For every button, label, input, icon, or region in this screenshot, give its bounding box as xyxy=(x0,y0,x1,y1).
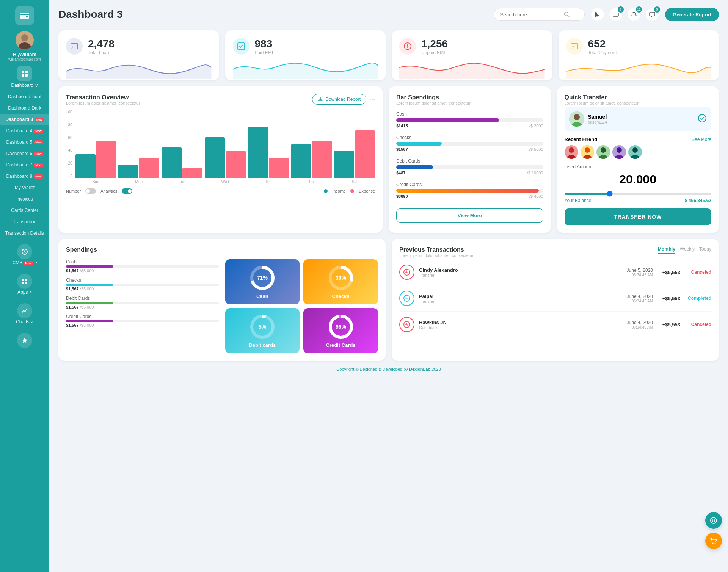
bell-icon xyxy=(631,11,637,17)
svg-rect-12 xyxy=(22,282,24,284)
quick-transfer-card: Quick Transfer Lorem ipsum dolor sit ame… xyxy=(557,86,719,233)
avatar xyxy=(16,31,34,49)
analytics-toggle[interactable] xyxy=(122,188,132,194)
support-float-btn[interactable] xyxy=(705,512,722,529)
sidebar-item-invoices[interactable]: Invoices xyxy=(0,193,49,205)
generate-report-button[interactable]: Generate Report xyxy=(665,8,719,21)
sidebar-item-dashboard3[interactable]: Dashboard 3 New xyxy=(0,114,49,125)
svg-point-27 xyxy=(698,114,706,122)
friend-5[interactable] xyxy=(628,145,642,159)
floating-buttons xyxy=(705,512,722,549)
cms-badge: New xyxy=(24,261,33,265)
sidebar-item-dashboard5[interactable]: Dashboard 5 New xyxy=(0,136,49,148)
transfer-now-button[interactable]: TRANSFER NOW xyxy=(565,208,712,225)
svg-point-3 xyxy=(21,34,28,41)
sidebar-item-dashboard8[interactable]: Dashboard 8 New xyxy=(0,171,49,182)
balance-label: Your Balance xyxy=(565,198,592,203)
total-loan-label: Total Loan xyxy=(88,50,115,55)
bell-btn[interactable]: 12 xyxy=(627,8,641,21)
sidebar-apps-section: Apps > xyxy=(0,268,49,298)
cms-icon-btn[interactable] xyxy=(17,244,32,259)
sidebar-item-dashboard4[interactable]: Dashboard 4 New xyxy=(0,125,49,136)
apps-icon-btn[interactable] xyxy=(17,274,32,289)
sidebar-item-dashboard6[interactable]: Dashboard 6 New xyxy=(0,148,49,159)
paid-emi-number: 983 xyxy=(255,38,273,50)
quick-transfer-menu[interactable]: ⋮ xyxy=(704,94,711,102)
svg-point-25 xyxy=(574,114,580,120)
stat-card-total-loan: 2,478 Total Loan xyxy=(58,30,219,80)
spending-credit: Credit Cards $3890 /$ 4000 xyxy=(396,182,543,199)
sidebar-item-wallet[interactable]: My Wallet xyxy=(0,182,49,193)
trans-status-3: Canceled xyxy=(685,322,711,327)
sidebar-logo[interactable] xyxy=(15,6,34,25)
dashboard-icon-btn[interactable] xyxy=(17,66,32,81)
samuel-name: Samuel xyxy=(588,114,607,120)
trans-row-3: Hawkins Jr. Cashback June 4, 2020 05:34:… xyxy=(399,312,711,337)
search-bar[interactable] xyxy=(494,8,585,21)
donut-cash: 71% Cash xyxy=(225,259,300,304)
see-more-link[interactable]: See More xyxy=(692,137,711,142)
tab-today[interactable]: Today xyxy=(699,246,711,254)
svg-rect-7 xyxy=(22,74,24,77)
friend-1[interactable] xyxy=(565,145,578,159)
download-report-button[interactable]: Download Report xyxy=(312,94,366,105)
header-icons: 2 12 5 xyxy=(591,8,659,21)
middle-section: Transaction Overview Lorem ipsum dolor s… xyxy=(58,86,719,233)
moon-icon xyxy=(595,11,601,17)
spendings-bars: Cash $1,567 /$5,000 Checks $1,567 /$5,00… xyxy=(66,259,219,353)
transfer-user-card[interactable]: Samuel @sam224 xyxy=(565,107,712,131)
svg-text:30%: 30% xyxy=(336,275,347,281)
headset-icon xyxy=(710,517,717,524)
wallet-btn[interactable]: 2 xyxy=(609,8,623,21)
chart-x-labels: Sun Mon Tue Wed Thu Fri Sat xyxy=(75,180,375,184)
prev-trans-title: Previous Transactions xyxy=(399,246,474,253)
number-toggle[interactable] xyxy=(85,188,96,194)
donut-debit: 5% Debit cards xyxy=(225,308,300,353)
total-loan-number: 2,478 xyxy=(88,38,115,50)
search-input[interactable] xyxy=(500,12,561,17)
cart-float-btn[interactable] xyxy=(705,533,722,549)
charts-label: Charts > xyxy=(0,319,49,324)
svg-text:96%: 96% xyxy=(336,324,347,330)
sidebar-item-transaction-details[interactable]: Transaction Details xyxy=(0,227,49,239)
charts-icon-btn[interactable] xyxy=(17,303,32,318)
transaction-menu[interactable]: ··· xyxy=(369,96,375,103)
sidebar-item-cards[interactable]: Cards Center xyxy=(0,205,49,216)
sidebar-item-dashboard-dark[interactable]: Dashboard Dark xyxy=(0,102,49,114)
moon-btn[interactable] xyxy=(591,8,604,21)
trans-date-2: June 4, 2020 05:34:45 AM xyxy=(627,294,653,303)
dashboard-label: Dashboard ∨ xyxy=(11,83,38,88)
cart-icon xyxy=(710,537,717,545)
svg-rect-15 xyxy=(613,13,618,16)
trans-info-2: Paipal Transfer xyxy=(419,293,622,304)
sidebar-item-dashboard7[interactable]: Dashboard 7 New xyxy=(0,159,49,171)
paid-emi-icon xyxy=(233,38,249,55)
trans-date-3: June 4, 2020 05:34:45 AM xyxy=(627,320,653,329)
spendings-card: Spendings Cash $1,567 /$5,000 Checks $1,… xyxy=(58,239,386,361)
bar-tue xyxy=(162,147,202,178)
bar-spendings-subtitle: Lorem ipsum dolor sit amet, consectetur xyxy=(396,101,471,105)
page-title: Dashboard 3 xyxy=(58,8,488,20)
chat-btn[interactable]: 5 xyxy=(645,8,659,21)
donut-checks: 30% Checks xyxy=(303,259,378,304)
friend-3[interactable] xyxy=(596,145,610,159)
svg-rect-17 xyxy=(650,12,655,16)
star-icon-btn[interactable] xyxy=(17,333,32,348)
bar-spendings-menu[interactable]: ⋮ xyxy=(537,94,543,102)
amount-slider[interactable] xyxy=(565,193,712,195)
transfer-amount: 20.000 xyxy=(565,172,712,186)
friend-2[interactable] xyxy=(581,145,594,159)
view-more-button[interactable]: View More xyxy=(396,208,543,223)
transaction-overview-header: Transaction Overview Lorem ipsum dolor s… xyxy=(66,94,375,105)
tab-monthly[interactable]: Monthly xyxy=(658,246,675,254)
sidebar-item-dashboard-light[interactable]: Dashboard Light xyxy=(0,91,49,102)
badge-new-7: New xyxy=(34,163,43,167)
sidebar: Hi,William william@gmail.com Dashboard ∨… xyxy=(0,0,49,572)
friend-4[interactable] xyxy=(612,145,626,159)
donut-credit: 96% Credit Cards xyxy=(303,308,378,353)
sidebar-charts-section: Charts > xyxy=(0,298,49,328)
tab-weekly[interactable]: Weekly xyxy=(680,246,695,254)
svg-point-41 xyxy=(632,147,638,153)
recent-friend-header: Recent Friend See More xyxy=(565,136,712,142)
sidebar-item-transaction[interactable]: Transaction xyxy=(0,216,49,227)
